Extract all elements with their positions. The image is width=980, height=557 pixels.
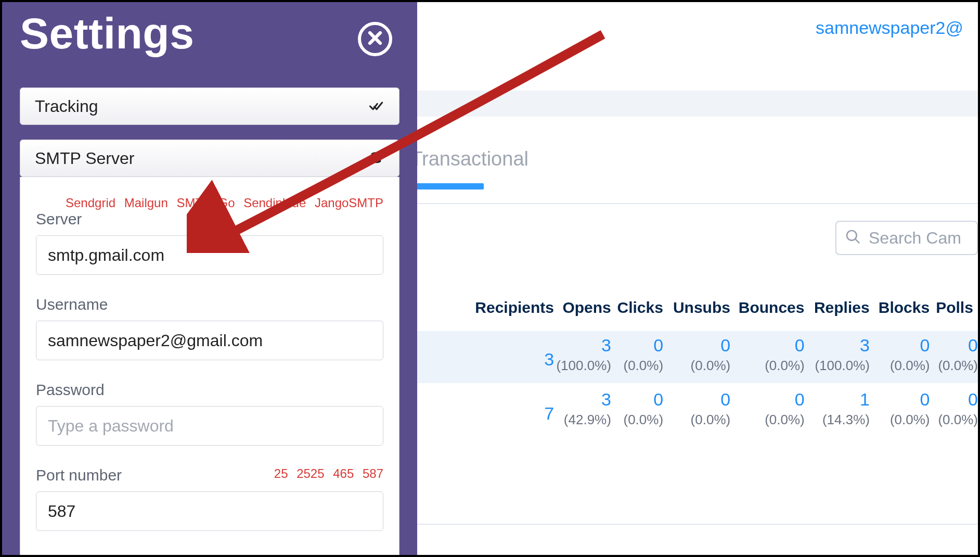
col-recipients[interactable]: Recipients — [460, 299, 554, 317]
cell-pct: (0.0%) — [890, 358, 930, 374]
username-input[interactable] — [36, 321, 383, 360]
cell-num[interactable]: 0 — [653, 335, 663, 356]
cell-num[interactable]: 0 — [720, 389, 730, 410]
close-icon — [366, 29, 384, 49]
preset-smtp2go[interactable]: SMTP2Go — [176, 196, 235, 210]
cell-num[interactable]: 0 — [720, 335, 730, 356]
col-bounces[interactable]: Bounces — [730, 299, 805, 317]
page-header-bar — [413, 91, 978, 117]
password-input[interactable] — [36, 406, 383, 446]
username-label: Username — [36, 296, 383, 313]
cell-num[interactable]: 0 — [653, 389, 663, 410]
close-button[interactable] — [358, 22, 392, 56]
cell-pct: (0.0%) — [938, 412, 978, 428]
footer-separator — [328, 524, 978, 525]
cell-pct: (0.0%) — [890, 412, 930, 428]
settings-panel: Settings Tracking SMTP Server Sendgrid M… — [2, 2, 417, 555]
cell-pct: (14.3%) — [822, 412, 870, 428]
cell-num[interactable]: 0 — [920, 389, 930, 410]
preset-sendinblue[interactable]: Sendinblue — [243, 196, 306, 210]
smtp-form: Sendgrid Mailgun SMTP2Go Sendinblue Jang… — [20, 177, 399, 555]
col-blocks[interactable]: Blocks — [870, 299, 930, 317]
preset-mailgun[interactable]: Mailgun — [124, 196, 168, 210]
col-unsubs[interactable]: Unsubs — [663, 299, 730, 317]
col-clicks[interactable]: Clicks — [611, 299, 663, 317]
section-smtp-server[interactable]: SMTP Server — [20, 140, 399, 177]
table-header: Recipients Opens Clicks Unsubs Bounces R… — [460, 299, 978, 317]
section-tracking[interactable]: Tracking — [20, 87, 399, 125]
cell-pct: (0.0%) — [691, 358, 731, 374]
search-placeholder: Search Cam — [869, 229, 961, 248]
preset-sendgrid[interactable]: Sendgrid — [66, 196, 115, 210]
password-label: Password — [36, 381, 383, 399]
cell-pct: (0.0%) — [938, 358, 978, 374]
cell-num[interactable]: 0 — [795, 389, 805, 410]
cell-num[interactable]: 3 — [601, 389, 611, 410]
port-input[interactable] — [36, 491, 383, 531]
section-label: SMTP Server — [35, 149, 134, 168]
double-check-icon — [369, 99, 383, 113]
svg-point-0 — [847, 231, 857, 240]
cell-pct: (100.0%) — [815, 358, 870, 374]
cell-pct: (100.0%) — [556, 358, 611, 374]
cell-pct: (42.9%) — [564, 412, 611, 428]
settings-title: Settings — [20, 8, 194, 59]
cell-pct: (0.0%) — [624, 358, 664, 374]
search-campaigns-input[interactable]: Search Cam — [835, 221, 978, 255]
preset-port-465[interactable]: 465 — [333, 466, 354, 480]
section-label: Tracking — [35, 97, 98, 116]
cell-num[interactable]: 3 — [544, 340, 554, 370]
tabs-separator — [328, 203, 978, 204]
cell-num[interactable]: 0 — [795, 335, 805, 356]
cell-pct: (0.0%) — [765, 358, 805, 374]
row-cells: 7 3(42.9%) 0(0.0%) 0(0.0%) 0(0.0%) 1(14.… — [460, 389, 978, 428]
search-icon — [845, 229, 861, 247]
port-presets: 25 2525 465 587 — [274, 466, 383, 481]
cell-num[interactable]: 3 — [601, 335, 611, 356]
col-polls[interactable]: Polls — [930, 299, 978, 317]
cell-pct: (0.0%) — [765, 412, 805, 428]
user-email-link[interactable]: samnewspaper2@ — [816, 18, 963, 37]
database-icon — [369, 151, 383, 166]
preset-port-587[interactable]: 587 — [363, 466, 383, 480]
cell-num[interactable]: 0 — [968, 335, 978, 356]
cell-num[interactable]: 0 — [968, 389, 978, 410]
col-opens[interactable]: Opens — [554, 299, 611, 317]
col-replies[interactable]: Replies — [804, 299, 869, 317]
cell-num[interactable]: 3 — [860, 335, 870, 356]
cell-pct: (0.0%) — [624, 412, 664, 428]
tab-transactional[interactable]: Transactional — [410, 148, 528, 178]
cell-pct: (0.0%) — [691, 412, 731, 428]
server-input[interactable] — [36, 235, 383, 275]
cell-num[interactable]: 7 — [544, 394, 554, 424]
preset-port-25[interactable]: 25 — [274, 466, 288, 480]
row-cells: 3 3(100.0%) 0(0.0%) 0(0.0%) 0(0.0%) 3(10… — [460, 335, 978, 374]
server-presets: Sendgrid Mailgun SMTP2Go Sendinblue Jang… — [66, 196, 383, 210]
svg-line-1 — [856, 239, 859, 243]
preset-jangosmtp[interactable]: JangoSMTP — [315, 196, 383, 210]
cell-num[interactable]: 1 — [860, 389, 870, 410]
preset-port-2525[interactable]: 2525 — [296, 466, 324, 480]
cell-num[interactable]: 0 — [920, 335, 930, 356]
logged-in-user: samnewspaper2@ — [816, 18, 963, 38]
